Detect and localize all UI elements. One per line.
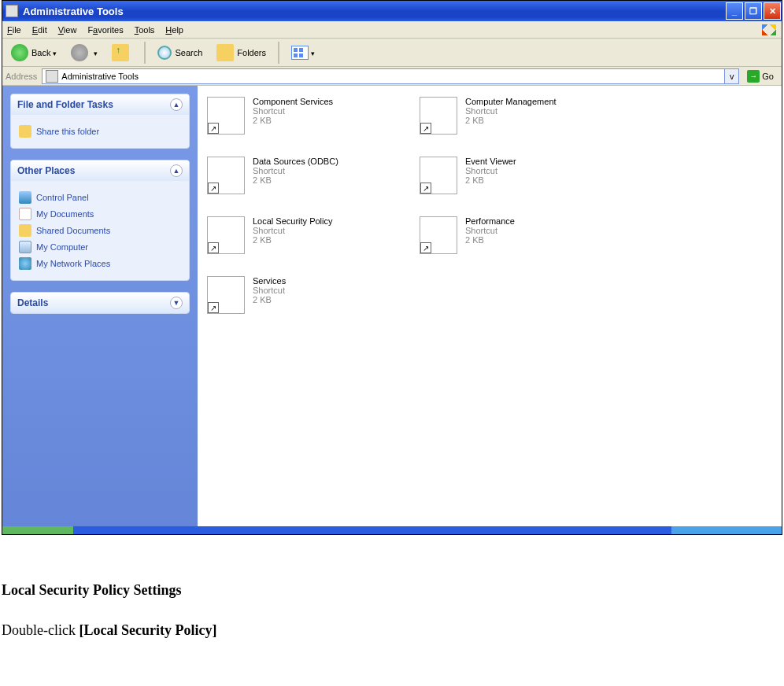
- back-dropdown[interactable]: [50, 48, 57, 57]
- item-event-viewer[interactable]: ↗ Event Viewer Shortcut 2 KB: [418, 153, 631, 213]
- doc-line-prefix: Double-click: [2, 622, 79, 638]
- doc-heading: Local Security Policy Settings: [2, 582, 782, 599]
- computer-management-icon: ↗: [420, 97, 457, 135]
- item-size: 2 KB: [253, 295, 286, 304]
- link-my-computer[interactable]: My Computer: [19, 241, 181, 253]
- link-shared-documents[interactable]: Shared Documents: [19, 224, 181, 237]
- panel-title: Other Places: [17, 165, 75, 176]
- search-icon: [157, 46, 172, 60]
- item-name: Services: [253, 276, 286, 286]
- item-type: Shortcut: [253, 166, 338, 175]
- back-label: Back: [31, 48, 50, 57]
- panel-file-tasks: File and Folder Tasks ▲ Share this folde…: [10, 94, 190, 149]
- menu-tools[interactable]: Tools: [135, 25, 155, 35]
- panel-head-other-places[interactable]: Other Places ▲: [11, 160, 189, 181]
- collapse-icon[interactable]: ▲: [170, 98, 183, 111]
- link-label: Share this folder: [36, 127, 99, 136]
- address-field[interactable]: Administrative Tools: [42, 68, 725, 84]
- link-label: My Network Places: [36, 259, 110, 268]
- menubar: File Edit View Favorites Tools Help: [2, 21, 782, 39]
- close-button[interactable]: ✕: [764, 2, 781, 20]
- panel-title: Details: [17, 297, 48, 308]
- app-icon: [6, 5, 18, 17]
- item-type: Shortcut: [253, 226, 333, 235]
- my-computer-icon: [19, 241, 31, 253]
- views-button[interactable]: [286, 41, 320, 65]
- link-my-network-places[interactable]: My Network Places: [19, 257, 181, 270]
- system-tray[interactable]: [671, 526, 782, 534]
- expand-icon[interactable]: ▼: [170, 297, 183, 309]
- sidebar: File and Folder Tasks ▲ Share this folde…: [2, 86, 198, 526]
- item-type: Shortcut: [465, 166, 516, 175]
- item-name: Computer Management: [465, 97, 557, 106]
- toolbar-separator: [278, 42, 279, 64]
- menu-help[interactable]: Help: [165, 25, 183, 35]
- item-type: Shortcut: [253, 286, 286, 295]
- views-icon: [291, 46, 309, 60]
- folders-button[interactable]: Folders: [211, 41, 272, 65]
- maximize-button[interactable]: ❐: [745, 2, 762, 20]
- link-share-folder[interactable]: Share this folder: [19, 125, 181, 138]
- link-label: My Computer: [36, 242, 88, 252]
- local-security-policy-icon: ↗: [207, 216, 245, 254]
- minimize-button[interactable]: _: [726, 2, 743, 20]
- up-icon: [112, 44, 129, 61]
- item-size: 2 KB: [465, 116, 557, 125]
- item-component-services[interactable]: ↗ Component Services Shortcut 2 KB: [205, 94, 418, 153]
- forward-button[interactable]: [65, 41, 103, 65]
- panel-title: File and Folder Tasks: [17, 99, 113, 110]
- search-label: Search: [175, 48, 202, 57]
- menu-edit[interactable]: Edit: [32, 25, 47, 35]
- addressbar: Address Administrative Tools v → Go: [2, 67, 782, 86]
- doc-line-bold: [Local Security Policy]: [79, 622, 216, 638]
- forward-dropdown[interactable]: [91, 48, 98, 57]
- item-type: Shortcut: [465, 226, 515, 235]
- up-button[interactable]: [106, 41, 138, 65]
- item-performance[interactable]: ↗ Performance Shortcut 2 KB: [418, 213, 631, 273]
- services-icon: ↗: [207, 276, 245, 314]
- item-size: 2 KB: [253, 235, 333, 245]
- menu-view[interactable]: View: [58, 25, 77, 35]
- link-label: Shared Documents: [36, 226, 110, 235]
- views-dropdown[interactable]: [309, 48, 315, 57]
- item-services[interactable]: ↗ Services Shortcut 2 KB: [205, 273, 418, 333]
- titlebar: Administrative Tools _ ❐ ✕: [2, 1, 782, 21]
- item-size: 2 KB: [253, 116, 333, 125]
- address-value: Administrative Tools: [61, 72, 139, 81]
- start-button-area[interactable]: [2, 526, 73, 534]
- item-type: Shortcut: [465, 106, 557, 116]
- item-computer-management[interactable]: ↗ Computer Management Shortcut 2 KB: [418, 94, 631, 153]
- link-label: Control Panel: [36, 193, 89, 202]
- panel-head-file-tasks[interactable]: File and Folder Tasks ▲: [11, 94, 189, 115]
- toolbar-separator: [144, 42, 146, 64]
- item-size: 2 KB: [465, 175, 516, 185]
- collapse-icon[interactable]: ▲: [170, 164, 183, 177]
- panel-details: Details ▼: [10, 292, 190, 314]
- component-services-icon: ↗: [207, 97, 245, 135]
- menu-favorites[interactable]: Favorites: [87, 25, 123, 35]
- item-name: Event Viewer: [465, 157, 516, 166]
- window-body: File and Folder Tasks ▲ Share this folde…: [2, 86, 782, 526]
- link-control-panel[interactable]: Control Panel: [19, 191, 181, 204]
- search-button[interactable]: Search: [152, 41, 208, 65]
- item-name: Performance: [465, 216, 515, 226]
- item-type: Shortcut: [253, 106, 333, 116]
- item-data-sources-odbc[interactable]: ↗ Data Sources (ODBC) Shortcut 2 KB: [205, 153, 418, 213]
- address-dropdown[interactable]: v: [725, 68, 739, 84]
- back-icon: [11, 44, 28, 61]
- menu-file[interactable]: File: [7, 25, 21, 35]
- my-documents-icon: [19, 208, 31, 220]
- event-viewer-icon: ↗: [420, 157, 457, 194]
- taskbar: [2, 526, 782, 534]
- go-button[interactable]: → Go: [742, 68, 778, 84]
- toolbar: Back Search Folders: [2, 39, 782, 67]
- window-title: Administrative Tools: [23, 6, 725, 17]
- performance-icon: ↗: [420, 216, 457, 254]
- taskbar-middle: [73, 526, 671, 534]
- address-label: Address: [6, 72, 37, 81]
- go-icon: →: [747, 70, 760, 83]
- link-my-documents[interactable]: My Documents: [19, 208, 181, 220]
- panel-head-details[interactable]: Details ▼: [11, 293, 189, 313]
- back-button[interactable]: Back: [6, 41, 62, 65]
- item-local-security-policy[interactable]: ↗ Local Security Policy Shortcut 2 KB: [205, 213, 418, 273]
